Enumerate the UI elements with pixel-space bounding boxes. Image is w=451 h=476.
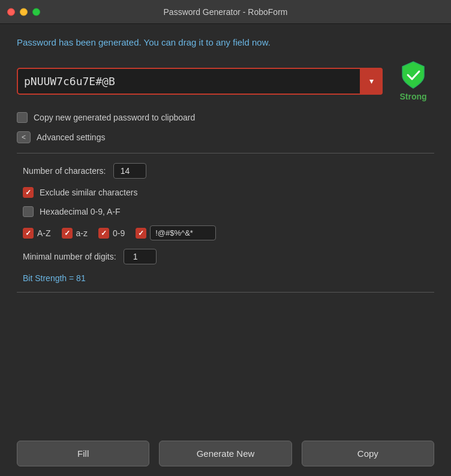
checkmark-icon: ✓ <box>101 229 107 237</box>
digits-group: ✓ 0-9 <box>98 228 125 239</box>
digits-label: 0-9 <box>113 228 125 238</box>
chevron-down-icon: ▾ <box>369 76 374 86</box>
password-dropdown-button[interactable]: ▾ <box>360 68 383 95</box>
bit-strength-row: Bit Strength = 81 <box>23 273 434 284</box>
num-chars-input[interactable] <box>113 163 146 179</box>
clipboard-checkbox[interactable] <box>17 112 28 123</box>
strength-indicator: Strong <box>392 61 434 101</box>
close-button[interactable] <box>7 8 15 16</box>
generate-new-button[interactable]: Generate New <box>159 441 291 466</box>
separator-bottom <box>17 292 434 293</box>
advanced-settings-label: Advanced settings <box>37 132 105 142</box>
copy-button[interactable]: Copy <box>302 441 434 466</box>
minimize-button[interactable] <box>20 8 28 16</box>
hexadecimal-label: Hexadecimal 0-9, A-F <box>40 207 121 216</box>
strength-label: Strong <box>399 92 426 101</box>
special-chars-input[interactable] <box>150 225 216 240</box>
checkmark-icon: ✓ <box>25 188 31 197</box>
az-lower-checkbox[interactable]: ✓ <box>62 228 73 239</box>
checkmark-icon: ✓ <box>25 229 31 237</box>
digits-checkbox[interactable]: ✓ <box>98 228 109 239</box>
min-digits-label: Minimal number of digits: <box>23 252 116 261</box>
char-checkboxes-row: ✓ A-Z ✓ a-z ✓ 0-9 ✓ <box>23 225 434 240</box>
az-checkbox[interactable]: ✓ <box>23 228 34 239</box>
min-digits-row: Minimal number of digits: <box>23 249 434 264</box>
window-title: Password Generator - RoboForm <box>164 7 288 17</box>
num-chars-label: Number of characters: <box>23 166 106 176</box>
clipboard-label: Copy new generated password to clipboard <box>34 113 195 122</box>
title-bar: Password Generator - RoboForm <box>0 0 451 24</box>
special-group: ✓ <box>136 225 216 240</box>
bit-strength-label: Bit Strength = 81 <box>23 273 86 283</box>
checkmark-icon: ✓ <box>138 229 144 237</box>
exclude-similar-checkbox[interactable]: ✓ <box>23 187 34 198</box>
min-digits-input[interactable] <box>124 249 157 264</box>
password-row: ▾ Strong <box>17 61 434 101</box>
az-lower-group: ✓ a-z <box>62 228 88 239</box>
status-message: Password has been generated. You can dra… <box>17 36 434 49</box>
az-group: ✓ A-Z <box>23 228 51 239</box>
bottom-bar: Fill Generate New Copy <box>0 431 451 476</box>
main-content: Password has been generated. You can dra… <box>0 24 451 476</box>
maximize-button[interactable] <box>32 8 40 16</box>
fill-button[interactable]: Fill <box>17 441 149 466</box>
hexadecimal-checkbox[interactable] <box>23 206 34 217</box>
exclude-similar-label: Exclude similar characters <box>40 188 137 197</box>
shield-icon <box>400 61 426 89</box>
password-field-wrapper: ▾ <box>17 68 383 95</box>
hexadecimal-row: Hexadecimal 0-9, A-F <box>23 206 434 217</box>
clipboard-checkbox-row: Copy new generated password to clipboard <box>17 112 434 123</box>
settings-section: Number of characters: ✓ Exclude similar … <box>17 163 434 284</box>
advanced-toggle-button[interactable]: < <box>17 131 31 143</box>
az-label: A-Z <box>37 228 51 238</box>
az-lower-label: a-z <box>76 228 88 238</box>
num-chars-row: Number of characters: <box>23 163 434 179</box>
checkmark-icon: ✓ <box>64 229 70 237</box>
password-input[interactable] <box>17 68 383 95</box>
traffic-lights <box>7 8 40 16</box>
exclude-similar-row: ✓ Exclude similar characters <box>23 187 434 198</box>
advanced-toggle-row: < Advanced settings <box>17 131 434 143</box>
special-checkbox[interactable]: ✓ <box>136 228 146 239</box>
separator-top <box>17 153 434 153</box>
